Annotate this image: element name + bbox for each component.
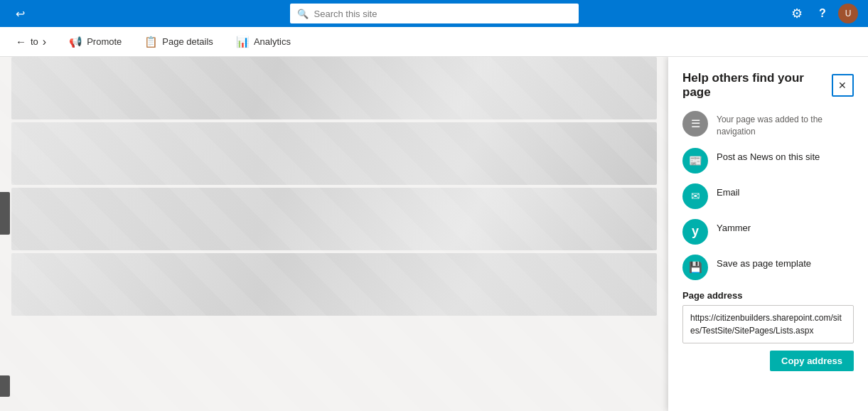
nav-item-yammer[interactable]: y Yammer [682, 219, 854, 245]
page-background [0, 57, 668, 411]
toolbar-analytics-icon: 📊 [236, 36, 250, 48]
search-icon: 🔍 [297, 9, 309, 19]
search-box[interactable]: 🔍 [290, 4, 579, 23]
nav-item-navigation: ☰ Your page was added to thenavigation [682, 111, 854, 138]
top-bar-right: ⚙ ? U [786, 2, 859, 25]
toolbar-page-details[interactable]: 📋 Page details [140, 33, 218, 51]
help-icon: ? [819, 7, 826, 20]
top-bar: ↩ 🔍 ⚙ ? U [0, 0, 868, 27]
help-panel-header: Help others find your page ✕ [682, 71, 854, 100]
toolbar-analytics[interactable]: 📊 Analytics [232, 33, 295, 51]
toolbar-back-icon: ← [16, 36, 26, 48]
close-icon: ✕ [838, 80, 847, 91]
email-icon-circle: ✉ [682, 183, 708, 209]
toolbar-back-label: to [31, 36, 38, 47]
avatar-button[interactable]: U [837, 2, 859, 25]
nav-item-email[interactable]: ✉ Email [682, 183, 854, 209]
toolbar: ← to › 📢 Promote 📋 Page details 📊 Analyt… [0, 27, 868, 57]
email-item-text: Email [717, 183, 740, 199]
news-item-text: Post as News on this site [717, 148, 820, 164]
help-button[interactable]: ? [811, 2, 834, 25]
page-address-value: https://citizenbuilders.sharepoint.com/s… [682, 305, 854, 343]
save-template-item-text: Save as page template [717, 255, 811, 270]
search-input[interactable] [314, 9, 572, 19]
nav-item-news[interactable]: 📰 Post as News on this site [682, 148, 854, 174]
content-strip-2 [11, 122, 657, 185]
menu-icon: ☰ [691, 117, 700, 130]
nav-item-save-template[interactable]: 💾 Save as page template [682, 255, 854, 280]
yammer-icon: y [692, 224, 699, 239]
content-strip-1 [11, 57, 657, 119]
toolbar-page-details-icon: 📋 [144, 36, 158, 48]
yammer-icon-circle: y [682, 219, 708, 245]
settings-button[interactable]: ⚙ [786, 2, 808, 25]
help-panel-title: Help others find your page [682, 71, 832, 100]
close-panel-button[interactable]: ✕ [832, 74, 854, 97]
settings-icon: ⚙ [791, 6, 803, 21]
side-label-bottom [0, 375, 10, 397]
side-label-top [0, 192, 10, 235]
navigation-icon-circle: ☰ [682, 111, 708, 137]
back-button[interactable]: ↩ [9, 2, 31, 25]
yammer-item-text: Yammer [717, 219, 751, 235]
page-address-label: Page address [682, 290, 854, 301]
news-icon-circle: 📰 [682, 148, 708, 174]
content-strip-4 [11, 253, 657, 316]
toolbar-analytics-label: Analytics [254, 36, 291, 47]
help-panel: Help others find your page ✕ ☰ Your page… [668, 57, 868, 411]
back-icon: ↩ [16, 7, 25, 21]
save-template-icon-circle: 💾 [682, 255, 708, 280]
copy-address-button[interactable]: Copy address [770, 351, 854, 371]
toolbar-chevron-icon: › [43, 36, 46, 48]
content-strip-3 [11, 188, 657, 250]
toolbar-promote-label: Promote [87, 36, 122, 47]
news-icon: 📰 [689, 154, 702, 167]
email-icon: ✉ [691, 190, 700, 203]
main-content: Help others find your page ✕ ☰ Your page… [0, 57, 868, 411]
toolbar-promote[interactable]: 📢 Promote [65, 33, 126, 51]
toolbar-page-details-label: Page details [162, 36, 213, 47]
save-template-icon: 💾 [689, 261, 702, 274]
toolbar-back[interactable]: ← to › [11, 33, 50, 51]
toolbar-promote-icon: 📢 [69, 36, 82, 48]
navigation-item-text: Your page was added to thenavigation [717, 111, 823, 138]
avatar: U [838, 4, 858, 23]
